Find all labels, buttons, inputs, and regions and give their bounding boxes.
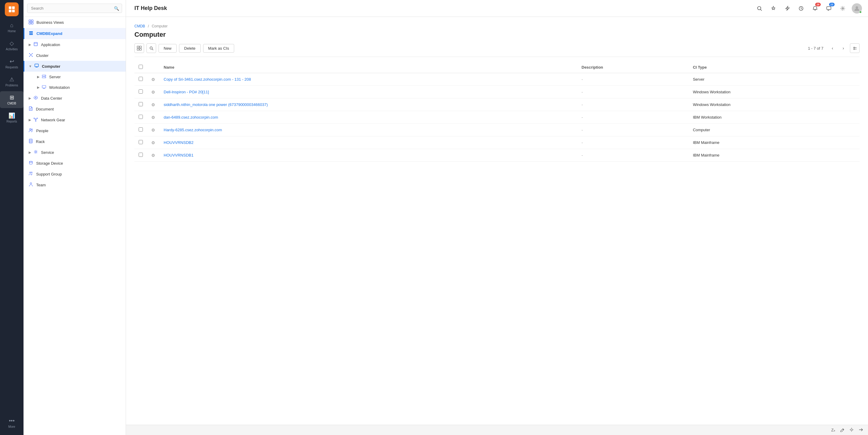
row-description-4: - <box>578 124 689 136</box>
cmdb-expand-button[interactable]: Expand <box>48 31 62 36</box>
home-icon: ⌂ <box>10 22 13 29</box>
breadcrumb: CMDB / Computer <box>134 24 860 28</box>
sidebar-item-team[interactable]: Team <box>24 179 126 190</box>
nav-item-problems[interactable]: ⚠ Problems <box>0 73 24 90</box>
search-button[interactable] <box>755 4 764 13</box>
row-checkbox-1[interactable] <box>138 90 143 94</box>
row-checkbox-2[interactable] <box>138 102 143 106</box>
row-checkbox-3[interactable] <box>138 115 143 119</box>
sidebar-item-rack[interactable]: Rack <box>24 136 126 147</box>
row-gear-icon-1[interactable]: ⚙ <box>151 90 155 95</box>
svg-point-15 <box>32 53 33 54</box>
row-gear-icon-5[interactable]: ⚙ <box>151 140 155 145</box>
row-ci-type-6: IBM Mainframe <box>689 149 860 162</box>
sidebar-item-label-network-gear: Network Gear <box>41 118 121 122</box>
server-chevron-icon: ▶ <box>37 75 39 79</box>
sidebar-item-cluster[interactable]: Cluster <box>24 50 126 61</box>
nav-item-home[interactable]: ⌂ Home <box>0 19 24 36</box>
brightness-button[interactable] <box>849 428 854 433</box>
ai-button[interactable] <box>769 4 778 13</box>
nav-item-activities[interactable]: ◇ Activities <box>0 37 24 54</box>
notifications-badge: 28 <box>815 3 821 6</box>
table-view-button[interactable] <box>134 43 144 53</box>
support-group-icon <box>29 171 33 177</box>
sidebar-search-container: 🔍 <box>24 0 126 17</box>
row-gear-icon-4[interactable]: ⚙ <box>151 128 155 132</box>
sidebar-item-business-views[interactable]: Business Views <box>24 17 126 28</box>
nav-label-cmdb: CMDB <box>7 102 16 105</box>
pagination-prev-button[interactable]: ‹ <box>828 44 837 53</box>
row-name-1[interactable]: Dell-Inspiron - PO# 20[11] <box>164 90 209 94</box>
computer-chevron-icon: ▼ <box>29 64 32 68</box>
lightning-button[interactable] <box>782 4 792 13</box>
sidebar-item-label-document: Document <box>36 107 121 111</box>
row-gear-icon-3[interactable]: ⚙ <box>151 115 155 120</box>
sidebar-item-computer[interactable]: ▼ Computer <box>24 61 126 72</box>
sidebar-cmdb-header[interactable]: CMDB Expand <box>24 28 126 39</box>
breadcrumb-root[interactable]: CMDB <box>134 24 145 28</box>
row-name-0[interactable]: Copy of Sri-3461.csez.zohocorpin.com - 1… <box>164 77 251 81</box>
select-all-checkbox[interactable] <box>138 65 143 69</box>
sidebar-item-network-gear[interactable]: ▶ Network Gear <box>24 114 126 125</box>
delete-button[interactable]: Delete <box>179 44 201 53</box>
col-header-description: Description <box>578 62 689 73</box>
sidebar-cmdb-label: CMDB <box>36 31 48 36</box>
pagination-next-button[interactable]: › <box>839 44 847 53</box>
sidebar-item-service[interactable]: ▶ Service <box>24 147 126 158</box>
row-gear-icon-0[interactable]: ⚙ <box>151 77 155 82</box>
row-name-4[interactable]: Hardy-6285.csez.zohocorpin.com <box>164 128 222 132</box>
messages-button[interactable]: 23 <box>824 4 834 13</box>
svg-line-56 <box>761 9 762 10</box>
notifications-button[interactable]: 28 <box>810 4 820 13</box>
messages-badge: 23 <box>829 3 835 6</box>
nav-item-reports[interactable]: 📊 Reports <box>0 109 24 126</box>
sidebar-item-server[interactable]: ▶ Server <box>24 72 126 82</box>
sidebar-item-workstation[interactable]: ▶ Workstation <box>24 82 126 93</box>
sidebar-item-data-center[interactable]: ▶ Data Center <box>24 93 126 104</box>
column-config-button[interactable] <box>850 43 860 53</box>
row-description-1: - <box>578 86 689 98</box>
history-button[interactable] <box>796 4 806 13</box>
cluster-icon <box>29 53 33 58</box>
breadcrumb-separator: / <box>148 24 149 28</box>
sidebar-item-support-group[interactable]: Support Group <box>24 169 126 179</box>
svg-rect-62 <box>140 46 141 48</box>
sidebar-item-label-server: Server <box>49 75 121 79</box>
row-ci-type-1: Windows Workstation <box>689 86 860 98</box>
sidebar-item-application[interactable]: ▶ Application <box>24 39 126 50</box>
sidebar-item-document[interactable]: Document <box>24 104 126 114</box>
row-name-2[interactable]: siddharth.nithin_motorola one power (673… <box>164 102 268 107</box>
svg-point-37 <box>34 118 35 119</box>
mark-as-cis-button[interactable]: Mark as CIs <box>203 44 234 53</box>
new-button[interactable]: New <box>158 44 177 53</box>
search-table-button[interactable] <box>147 43 156 53</box>
nav-item-more[interactable]: ••• More <box>0 415 24 431</box>
zoom-button[interactable]: Zₐ <box>831 428 835 432</box>
server-icon <box>42 74 46 79</box>
expand-button[interactable] <box>859 428 863 433</box>
row-description-0: - <box>578 73 689 86</box>
settings-button[interactable] <box>838 4 847 13</box>
row-checkbox-6[interactable] <box>138 153 143 157</box>
row-name-6[interactable]: HOUVVRNSDB1 <box>164 153 193 158</box>
edit-button[interactable] <box>840 428 844 433</box>
row-gear-icon-2[interactable]: ⚙ <box>151 102 155 107</box>
sidebar-item-label-cluster: Cluster <box>36 53 121 58</box>
nav-item-cmdb[interactable]: ⊞ CMDB <box>0 91 24 108</box>
row-name-3[interactable]: dan-6489.csez.zohocorpin.com <box>164 115 218 120</box>
row-name-5[interactable]: HOUVVRNSDB2 <box>164 140 193 145</box>
row-gear-icon-6[interactable]: ⚙ <box>151 153 155 158</box>
svg-rect-1 <box>12 6 15 9</box>
row-checkbox-5[interactable] <box>138 140 143 144</box>
row-checkbox-4[interactable] <box>138 127 143 132</box>
nav-item-requests[interactable]: ↩ Requests <box>0 55 24 72</box>
table-row: ⚙ Copy of Sri-3461.csez.zohocorpin.com -… <box>134 73 860 86</box>
avatar[interactable] <box>852 3 862 13</box>
document-icon <box>29 106 33 112</box>
svg-rect-64 <box>140 48 141 50</box>
row-ci-type-5: IBM Mainframe <box>689 136 860 149</box>
search-input[interactable] <box>27 4 122 13</box>
sidebar-item-storage-device[interactable]: Storage Device <box>24 158 126 169</box>
sidebar-item-people[interactable]: People <box>24 125 126 136</box>
row-checkbox-0[interactable] <box>138 77 143 81</box>
